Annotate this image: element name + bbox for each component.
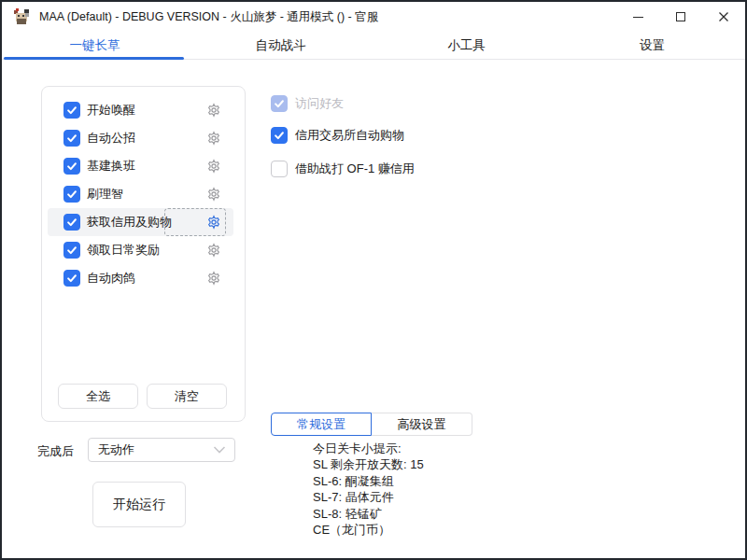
tips-line: CE（龙门币） <box>313 522 424 538</box>
task-checkbox[interactable] <box>63 102 80 119</box>
option-label: 信用交易所自动购物 <box>295 127 404 144</box>
task-checkbox[interactable] <box>63 214 80 231</box>
task-label: 开始唤醒 <box>87 102 135 119</box>
option-visit-friends: 访问好友 <box>271 95 344 112</box>
daily-stage-tips: 今日关卡小提示: SL 剩余开放天数: 15 SL-6: 酮凝集组 SL-7: … <box>313 441 424 538</box>
gear-icon[interactable] <box>206 215 221 230</box>
task-list-card: 开始唤醒 自动公招 基建换班 刷理智 获取信用及购物 <box>41 86 246 422</box>
select-all-button[interactable]: 全选 <box>58 384 138 409</box>
task-label: 刷理智 <box>87 186 123 203</box>
tips-line: SL-8: 轻锰矿 <box>313 506 424 522</box>
minimize-button[interactable] <box>616 2 659 32</box>
tips-line: 今日关卡小提示: <box>313 441 424 456</box>
task-label: 基建换班 <box>87 158 135 175</box>
gear-icon[interactable] <box>206 159 221 174</box>
gear-icon[interactable] <box>206 271 221 286</box>
task-checkbox[interactable] <box>63 242 80 259</box>
option-checkbox <box>271 95 288 112</box>
task-row-sanity[interactable]: 刷理智 <box>48 180 233 208</box>
tab-settings[interactable]: 设置 <box>559 32 745 59</box>
task-row-infrast[interactable]: 基建换班 <box>48 152 233 180</box>
task-row-daily-rewards[interactable]: 领取日常奖励 <box>48 236 233 264</box>
settings-tab-general[interactable]: 常规设置 <box>271 413 372 436</box>
tab-onekey-farm[interactable]: 一键长草 <box>2 32 188 59</box>
app-icon <box>12 7 31 26</box>
after-completion-select[interactable]: 无动作 <box>88 438 235 462</box>
gear-icon[interactable] <box>206 131 221 146</box>
task-checkbox[interactable] <box>63 130 80 147</box>
close-icon <box>718 11 729 22</box>
option-label: 借助战打 OF-1 赚信用 <box>295 161 415 177</box>
close-button[interactable] <box>702 2 745 32</box>
window-controls <box>616 2 745 32</box>
after-completion-label: 完成后 <box>37 443 74 460</box>
tab-label: 一键长草 <box>70 37 120 54</box>
settings-tab-group: 常规设置 高级设置 <box>271 413 472 436</box>
window-title: MAA (Default) - DEBUG VERSION - 火山旅梦 - 通… <box>39 9 378 25</box>
task-row-credit-shopping[interactable]: 获取信用及购物 <box>48 208 233 236</box>
task-label: 自动肉鸽 <box>87 270 135 287</box>
option-checkbox[interactable] <box>271 127 288 144</box>
task-row-roguelike[interactable]: 自动肉鸽 <box>48 264 233 292</box>
maximize-button[interactable] <box>659 2 702 32</box>
option-checkbox[interactable] <box>271 161 288 177</box>
settings-tab-advanced[interactable]: 高级设置 <box>372 413 472 436</box>
main-tabbar: 一键长草 自动战斗 小工具 设置 <box>2 32 745 60</box>
task-list: 开始唤醒 自动公招 基建换班 刷理智 获取信用及购物 <box>42 96 245 292</box>
tab-label: 设置 <box>640 37 665 54</box>
tab-auto-battle[interactable]: 自动战斗 <box>188 32 374 59</box>
gear-icon[interactable] <box>206 187 221 202</box>
task-checkbox[interactable] <box>63 270 80 287</box>
option-credit-store-auto-buy[interactable]: 信用交易所自动购物 <box>271 127 404 144</box>
gear-icon[interactable] <box>206 243 221 258</box>
task-label: 领取日常奖励 <box>87 242 160 259</box>
gear-icon[interactable] <box>206 103 221 118</box>
app-window: MAA (Default) - DEBUG VERSION - 火山旅梦 - 通… <box>0 0 747 560</box>
option-label: 访问好友 <box>295 95 344 112</box>
task-label: 获取信用及购物 <box>87 214 172 231</box>
tab-label: 自动战斗 <box>256 37 306 54</box>
task-row-wakeup[interactable]: 开始唤醒 <box>48 96 233 124</box>
tips-line: SL-6: 酮凝集组 <box>313 473 424 489</box>
option-of1-credit-farming[interactable]: 借助战打 OF-1 赚信用 <box>271 161 415 177</box>
tab-small-tools[interactable]: 小工具 <box>374 32 559 59</box>
task-checkbox[interactable] <box>63 186 80 203</box>
tips-line: SL 剩余开放天数: 15 <box>313 456 424 472</box>
minimize-icon <box>633 17 643 18</box>
tab-label: 小工具 <box>447 37 486 54</box>
maximize-icon <box>676 12 685 21</box>
task-row-recruit[interactable]: 自动公招 <box>48 124 233 152</box>
tips-line: SL-7: 晶体元件 <box>313 489 424 505</box>
start-run-button[interactable]: 开始运行 <box>92 482 186 527</box>
chevron-down-icon <box>213 446 226 454</box>
task-checkbox[interactable] <box>63 158 80 175</box>
after-completion-value: 无动作 <box>98 441 134 458</box>
task-label: 自动公招 <box>87 130 135 147</box>
titlebar: MAA (Default) - DEBUG VERSION - 火山旅梦 - 通… <box>2 2 745 32</box>
clear-button[interactable]: 清空 <box>147 384 227 409</box>
